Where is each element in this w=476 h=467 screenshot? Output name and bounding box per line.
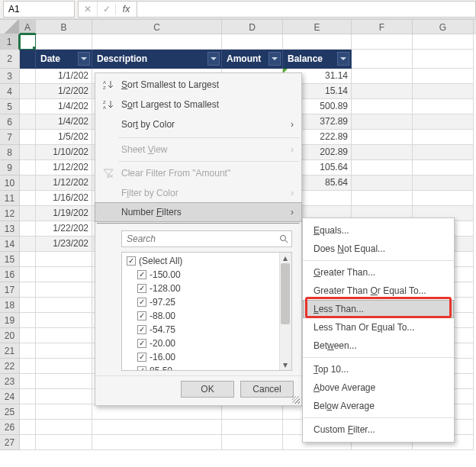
cancel-button[interactable]: Cancel <box>240 381 294 398</box>
cell[interactable] <box>352 50 413 69</box>
cell[interactable]: 1/4/202 <box>36 99 92 114</box>
cell[interactable] <box>20 160 36 176</box>
cell[interactable] <box>20 206 36 221</box>
filter-check-item[interactable]: ✓85.50 <box>122 364 291 370</box>
cell[interactable] <box>413 114 474 130</box>
row-header[interactable]: 25 <box>0 404 20 420</box>
cell[interactable] <box>413 145 474 160</box>
cell[interactable] <box>283 34 352 50</box>
cell[interactable]: 1/23/202 <box>36 237 92 252</box>
cell[interactable] <box>36 267 92 282</box>
row-header[interactable]: 17 <box>0 282 20 298</box>
col-header-E[interactable]: E <box>283 20 352 34</box>
cell[interactable]: 1/2/202 <box>36 84 92 99</box>
cell[interactable] <box>36 313 92 328</box>
cell[interactable]: 1/19/202 <box>36 206 92 221</box>
cell[interactable] <box>413 99 474 114</box>
header-date[interactable]: Date <box>36 50 92 69</box>
cell[interactable] <box>222 435 283 450</box>
ok-button[interactable]: OK <box>181 381 234 398</box>
greater-equal-item[interactable]: Greater Than Or Equal To... <box>303 282 454 300</box>
cell[interactable] <box>352 84 413 99</box>
cell[interactable] <box>20 313 36 328</box>
row-header[interactable]: 16 <box>0 267 20 282</box>
cell[interactable] <box>352 130 413 145</box>
cell[interactable] <box>20 374 36 389</box>
cell[interactable] <box>92 420 222 435</box>
row-header[interactable]: 24 <box>0 389 20 404</box>
filter-dropdown-button[interactable] <box>337 52 349 66</box>
cell[interactable] <box>36 359 92 374</box>
cell[interactable] <box>20 298 36 313</box>
cell[interactable] <box>36 298 92 313</box>
cell[interactable]: 1/16/202 <box>36 191 92 206</box>
checkbox-icon[interactable]: ✓ <box>137 284 146 293</box>
cell[interactable] <box>413 69 474 84</box>
filter-check-item[interactable]: ✓-16.00 <box>122 350 291 364</box>
header-balance[interactable]: Balance <box>283 50 352 69</box>
cell[interactable] <box>20 69 36 84</box>
row-header[interactable]: 9 <box>0 160 20 176</box>
filter-check-item[interactable]: ✓-128.00 <box>122 282 291 295</box>
cell[interactable] <box>20 130 36 145</box>
formula-input[interactable] <box>137 1 476 18</box>
row-header[interactable]: 12 <box>0 206 20 221</box>
cell[interactable] <box>222 420 283 435</box>
cell[interactable] <box>413 176 474 191</box>
cell[interactable] <box>20 252 36 267</box>
row-header[interactable]: 21 <box>0 343 20 359</box>
cell[interactable] <box>36 252 92 267</box>
filter-check-item[interactable]: ✓-20.00 <box>122 337 291 350</box>
cell[interactable] <box>20 389 36 404</box>
less-equal-item[interactable]: Less Than Or Equal To... <box>303 318 454 337</box>
checkbox-icon[interactable]: ✓ <box>127 256 136 266</box>
custom-filter-item[interactable]: Custom Filter... <box>303 420 454 439</box>
cell[interactable] <box>20 282 36 298</box>
filter-check-item[interactable]: ✓-97.25 <box>122 295 291 309</box>
row-header[interactable]: 18 <box>0 298 20 313</box>
row-header[interactable]: 27 <box>0 435 20 450</box>
cell[interactable] <box>352 99 413 114</box>
checkbox-icon[interactable]: ✓ <box>137 270 146 279</box>
row-header[interactable]: 23 <box>0 374 20 389</box>
name-box[interactable] <box>3 1 75 18</box>
col-header-F[interactable]: F <box>352 20 413 34</box>
filter-dropdown-button[interactable] <box>207 52 220 66</box>
row-header[interactable]: 15 <box>0 252 20 267</box>
cell[interactable] <box>352 160 413 176</box>
row-header[interactable]: 6 <box>0 114 20 130</box>
row-header[interactable]: 20 <box>0 328 20 343</box>
number-filters-item[interactable]: Number Filters › <box>95 202 302 222</box>
cell[interactable]: 1/12/202 <box>36 176 92 191</box>
select-all-corner[interactable] <box>0 20 20 34</box>
row-header[interactable]: 22 <box>0 359 20 374</box>
greater-than-item[interactable]: Greater Than... <box>303 263 454 282</box>
col-header-D[interactable]: D <box>222 20 283 34</box>
sort-color-item[interactable]: Sort by Color › <box>95 114 301 134</box>
cell[interactable]: 1/12/202 <box>36 160 92 176</box>
row-header[interactable]: 26 <box>0 420 20 435</box>
header-description[interactable]: Description <box>92 50 222 69</box>
cell[interactable] <box>352 34 413 50</box>
filter-check-item[interactable]: ✓-150.00 <box>122 268 291 282</box>
cell[interactable] <box>20 237 36 252</box>
row-header[interactable]: 5 <box>0 99 20 114</box>
cell[interactable] <box>20 34 36 50</box>
row-header[interactable]: 14 <box>0 237 20 252</box>
fx-icon[interactable]: fx <box>115 4 137 14</box>
scroll-up-icon[interactable]: ▴ <box>279 253 291 263</box>
cell[interactable] <box>20 176 36 191</box>
col-header-B[interactable]: B <box>36 20 92 34</box>
cell[interactable] <box>36 435 92 450</box>
cell[interactable] <box>413 130 474 145</box>
scroll-down-icon[interactable]: ▾ <box>279 359 291 370</box>
cell[interactable] <box>222 404 283 420</box>
header-amount[interactable]: Amount <box>222 50 283 69</box>
row-header[interactable]: 3 <box>0 69 20 84</box>
cell[interactable]: 1/10/202 <box>36 145 92 160</box>
row-header[interactable]: 1 <box>0 34 20 50</box>
cell[interactable] <box>413 160 474 176</box>
cell[interactable] <box>352 145 413 160</box>
cell[interactable] <box>36 404 92 420</box>
filter-dropdown-button[interactable] <box>269 52 281 66</box>
